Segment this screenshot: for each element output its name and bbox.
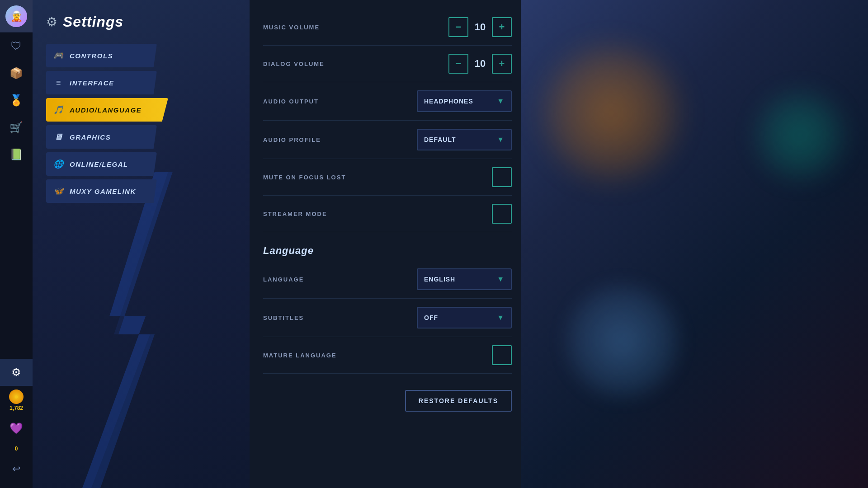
dialog-volume-value: 10 [471,58,489,70]
music-volume-label: MUSIC VOLUME [263,24,448,31]
language-label: LANGUAGE [263,276,417,283]
controls-icon: 🎮 [53,51,64,61]
audio-label: AUDIO/LANGUAGE [70,106,142,114]
music-volume-value: 10 [471,21,489,33]
audio-profile-control: DEFAULT ▼ [417,129,512,150]
nav-online-button[interactable]: 🌐 ONLINE/LEGAL [46,152,157,176]
background-scene [521,0,868,488]
settings-icon: ⚙ [11,366,21,379]
muxy-label: MUXY GAMELINK [70,188,136,195]
sidebar-item-settings[interactable]: ⚙ [0,359,33,386]
currency-display: ● 1,782 [0,386,33,415]
minus-icon-2: − [456,58,462,70]
subtitles-row: SUBTITLES OFF ▼ [263,299,512,337]
sidebar-item-cart[interactable]: 🛒 [0,114,33,141]
back-button[interactable]: ↩ [0,455,33,483]
nav-graphics-button[interactable]: 🖥 GRAPHICS [46,125,157,149]
mute-focus-row: MUTE ON FOCUS LOST [263,159,512,196]
music-volume-decrease[interactable]: − [448,17,468,37]
mute-focus-label: MUTE ON FOCUS LOST [263,174,492,181]
sidebar-item-book[interactable]: 📗 [0,141,33,168]
mature-language-row: MATURE LANGUAGE [263,337,512,374]
dialog-volume-stepper: − 10 + [448,54,512,74]
mature-language-control [492,345,512,365]
audio-output-label: AUDIO OUTPUT [263,98,417,105]
audio-output-row: AUDIO OUTPUT HEADPHONES ▼ [263,82,512,121]
interface-label: INTERFACE [70,79,114,87]
subtitles-dropdown[interactable]: OFF ▼ [417,307,512,328]
settings-scroll[interactable]: MUSIC VOLUME − 10 + DIALOG VOLUME − 10 [263,9,521,479]
language-value: ENGLISH [424,276,455,283]
audio-output-value: HEADPHONES [424,98,473,105]
streamer-mode-control [492,204,512,224]
dialog-volume-increase[interactable]: + [492,54,512,74]
chevron-down-icon-4: ▼ [497,314,505,322]
language-section-header: Language [263,232,512,260]
music-volume-increase[interactable]: + [492,17,512,37]
streamer-mode-label: STREAMER MODE [263,211,492,217]
chevron-down-icon-2: ▼ [497,136,505,144]
dialog-volume-row: DIALOG VOLUME − 10 + [263,46,512,82]
subtitles-label: SUBTITLES [263,314,417,321]
online-label: ONLINE/LEGAL [70,160,128,168]
settings-nav: 🎮 CONTROLS ≡ INTERFACE 🎵 AUDIO/LANGUAGE … [46,44,241,203]
cart-icon: 🛒 [9,121,23,134]
streamer-mode-checkbox[interactable] [492,204,512,224]
audio-profile-row: AUDIO PROFILE DEFAULT ▼ [263,121,512,159]
mature-language-label: MATURE LANGUAGE [263,352,492,359]
settings-gear-icon: ⚙ [46,14,57,29]
content-area: MUSIC VOLUME − 10 + DIALOG VOLUME − 10 [250,0,521,488]
dialog-volume-label: DIALOG VOLUME [263,61,448,67]
dialog-volume-decrease[interactable]: − [448,54,468,74]
nav-interface-button[interactable]: ≡ INTERFACE [46,71,157,94]
nav-controls-button[interactable]: 🎮 CONTROLS [46,44,157,67]
language-row: LANGUAGE ENGLISH ▼ [263,260,512,299]
currency-value: 1,782 [9,405,23,411]
audio-output-control: HEADPHONES ▼ [417,90,512,112]
sidebar-item-purple[interactable]: 💜 [0,415,33,442]
graphics-label: GRAPHICS [70,133,111,141]
audio-profile-value: DEFAULT [424,136,456,143]
subtitles-control: OFF ▼ [417,307,512,328]
book-icon: 📗 [9,148,23,161]
music-volume-row: MUSIC VOLUME − 10 + [263,9,512,46]
cube-icon: 📦 [9,67,23,80]
plus-icon: + [499,21,505,33]
restore-defaults-button[interactable]: RESTORE DEFAULTS [405,390,512,412]
mature-language-checkbox[interactable] [492,345,512,365]
settings-title: ⚙ Settings [46,14,241,30]
subtitles-value: OFF [424,314,438,321]
audio-profile-label: AUDIO PROFILE [263,136,417,143]
music-volume-stepper: − 10 + [448,17,512,37]
currency-gold-icon: ● [9,389,24,404]
mute-focus-control [492,167,512,187]
interface-icon: ≡ [53,78,64,88]
language-dropdown[interactable]: ENGLISH ▼ [417,268,512,290]
audio-icon: 🎵 [53,105,64,115]
chevron-down-icon: ▼ [497,97,505,105]
language-control: ENGLISH ▼ [417,268,512,290]
sidebar-item-shield[interactable]: 🛡 [0,33,33,60]
settings-panel: ⚙ Settings 🎮 CONTROLS ≡ INTERFACE 🎵 AUDI… [33,0,250,488]
shield-icon: 🛡 [11,40,22,52]
sidebar-item-badge[interactable]: 🏅 [0,87,33,114]
sidebar-item-cube[interactable]: 📦 [0,60,33,87]
plus-icon-2: + [499,58,505,70]
gem-icon: 💜 [9,422,23,435]
badge-icon: 🏅 [9,94,23,107]
lightning-decoration [55,172,200,488]
avatar-container[interactable]: 🧝 [0,0,33,33]
icon-bar: 🧝 🛡 📦 🏅 🛒 📗 ⚙ ● 1,782 💜 0 ↩ [0,0,33,488]
secondary-value: 0 [15,446,18,452]
nav-muxy-button[interactable]: 🦋 MUXY GAMELINK [46,179,157,203]
secondary-currency: 0 [0,442,33,455]
audio-output-dropdown[interactable]: HEADPHONES ▼ [417,90,512,112]
controls-label: CONTROLS [70,52,113,60]
mute-focus-checkbox[interactable] [492,167,512,187]
avatar: 🧝 [5,5,27,27]
audio-profile-dropdown[interactable]: DEFAULT ▼ [417,129,512,150]
background-blur [521,0,868,488]
nav-audio-button[interactable]: 🎵 AUDIO/LANGUAGE [46,98,168,122]
graphics-icon: 🖥 [53,132,64,142]
muxy-icon: 🦋 [53,186,64,196]
